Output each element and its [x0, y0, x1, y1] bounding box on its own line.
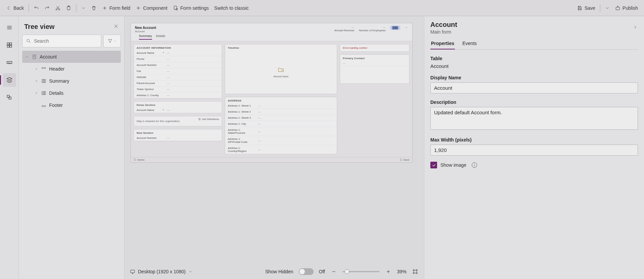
header-icon — [41, 66, 46, 72]
tree-node-details[interactable]: Details — [22, 87, 121, 99]
svg-rect-13 — [7, 95, 9, 97]
map-disabled-note: Map is disabled for this organization. — [137, 120, 180, 123]
prop-subtitle: Main form — [430, 29, 457, 35]
left-rail: Abc — [0, 16, 19, 279]
section-account-info[interactable]: ACCOUNT INFORMATION Account Name*--- Pho… — [134, 44, 222, 98]
chevron-right-icon — [34, 79, 38, 83]
section-error[interactable]: Error loading control — [340, 44, 409, 52]
redo-button[interactable] — [42, 4, 52, 12]
zoom-slider[interactable] — [343, 271, 380, 272]
form-canvas[interactable]: New Account Account Summary Details --- … — [124, 16, 424, 264]
fit-button[interactable] — [412, 268, 419, 275]
section-new[interactable]: New Section Account Number--- — [134, 129, 222, 141]
tree-node-label: Summary — [49, 78, 69, 84]
form-field-button[interactable]: Form field — [99, 4, 133, 12]
delete-button[interactable] — [88, 4, 99, 12]
save-menu-button[interactable] — [602, 4, 612, 12]
rail-textbox-button[interactable]: Abc — [3, 56, 16, 69]
tree-node-label: Footer — [49, 103, 63, 108]
field-row: Address 1: State/Province--- — [225, 127, 337, 136]
save-button[interactable]: Save — [574, 4, 598, 12]
svg-rect-17 — [42, 68, 46, 69]
svg-point-25 — [199, 119, 200, 119]
zoom-out-button[interactable] — [330, 268, 337, 275]
field-row: Address 1: Street 2--- — [225, 109, 337, 115]
metric-num-employees: --- Number of Employees — [359, 26, 386, 32]
svg-rect-29 — [414, 270, 417, 273]
tab-properties[interactable]: Properties — [430, 41, 455, 49]
tree-search-input[interactable] — [33, 38, 98, 44]
rail-tree-button[interactable] — [3, 73, 16, 87]
preview-tab-details[interactable]: Details — [156, 34, 166, 40]
section-primary-contact[interactable]: Primary Contact --- — [340, 54, 409, 84]
form-settings-button[interactable]: Form settings — [170, 4, 212, 12]
preview-flag: ███ — [390, 26, 400, 30]
section-address[interactable]: ADDRESS Address 1: Street 1--- Address 1… — [225, 97, 337, 154]
section-heading: Primary Contact — [340, 55, 409, 61]
input-display-name[interactable] — [430, 82, 638, 93]
pin-icon — [198, 118, 201, 121]
checkbox-show-image[interactable] — [430, 162, 437, 168]
paste-button[interactable] — [63, 4, 74, 12]
preview-collapse-button[interactable] — [405, 26, 408, 30]
tree-node-footer[interactable]: Footer — [22, 99, 121, 111]
section-heading: New Section — [134, 129, 222, 135]
show-hidden-toggle[interactable] — [299, 268, 314, 275]
field-row: Address 1: Country/Region--- — [225, 145, 337, 154]
rail-menu-button[interactable] — [3, 21, 16, 34]
field-row: --- — [340, 61, 409, 67]
chevron-down-icon[interactable] — [188, 270, 192, 274]
error-loading-text: Error loading control — [340, 44, 409, 51]
svg-rect-24 — [42, 106, 46, 107]
tab-events[interactable]: Events — [462, 41, 477, 49]
footer-save[interactable]: Save — [400, 158, 409, 161]
input-maxwidth[interactable] — [430, 145, 638, 156]
search-icon — [26, 38, 31, 44]
filter-icon — [107, 38, 113, 44]
tree-panel: Tree view Account Header Summary Details — [19, 16, 124, 279]
field-row: Fax--- — [134, 68, 222, 74]
section-timeline[interactable]: Timeline Almost there — [225, 44, 337, 94]
tree-filter-button[interactable] — [103, 35, 121, 47]
svg-point-26 — [282, 70, 283, 71]
form-preview[interactable]: New Account Account Summary Details --- … — [131, 23, 413, 163]
publish-label: Publish — [622, 5, 638, 11]
tree-node-account[interactable]: Account — [22, 51, 121, 63]
viewport-label[interactable]: Desktop (1920 x 1080) — [138, 269, 186, 274]
chevron-down-icon — [113, 39, 117, 43]
tree-node-header[interactable]: Header — [22, 63, 121, 75]
cut-button[interactable] — [52, 4, 63, 12]
back-button[interactable]: Back — [3, 4, 27, 12]
section-demo[interactable]: Demo Section Account Name*--- — [134, 101, 222, 113]
publish-button[interactable]: Publish — [612, 4, 641, 12]
switch-classic-button[interactable]: Switch to classic — [212, 4, 252, 12]
info-icon[interactable]: i — [472, 162, 477, 168]
preview-subtitle: Account — [135, 30, 334, 33]
properties-panel: Account Main form Properties Events Tabl… — [424, 16, 644, 279]
preview-footer: Active Save — [131, 157, 412, 162]
label-display-name: Display Name — [430, 75, 638, 80]
svg-rect-14 — [9, 97, 11, 99]
component-button[interactable]: Component — [133, 4, 170, 12]
status-bar: Desktop (1920 x 1080) Show Hidden Off 39… — [124, 264, 424, 279]
tree-close-button[interactable] — [113, 24, 119, 30]
preview-tab-summary[interactable]: Summary — [139, 34, 152, 40]
overflow-button[interactable] — [78, 4, 88, 12]
metric-annual-revenue: --- Annual Revenue — [334, 26, 354, 32]
zoom-in-button[interactable] — [385, 268, 392, 275]
folder-icon — [277, 66, 285, 73]
rail-components-button[interactable] — [3, 38, 16, 52]
field-row: Address 1: Street 3--- — [225, 115, 337, 121]
tab-icon — [41, 78, 46, 84]
preview-title: New Account — [135, 26, 334, 30]
tree-node-summary[interactable]: Summary — [22, 75, 121, 87]
section-map[interactable]: Get Directions Map is disabled for this … — [134, 116, 222, 126]
undo-button[interactable] — [31, 4, 42, 12]
field-row: Website--- — [134, 74, 222, 80]
tree-search-box[interactable] — [22, 35, 101, 47]
get-directions-button[interactable]: Get Directions — [198, 118, 219, 121]
toggle-state: Off — [319, 269, 325, 274]
input-description[interactable] — [430, 107, 638, 130]
collapse-panel-button[interactable] — [633, 25, 638, 31]
rail-library-button[interactable] — [3, 91, 16, 104]
